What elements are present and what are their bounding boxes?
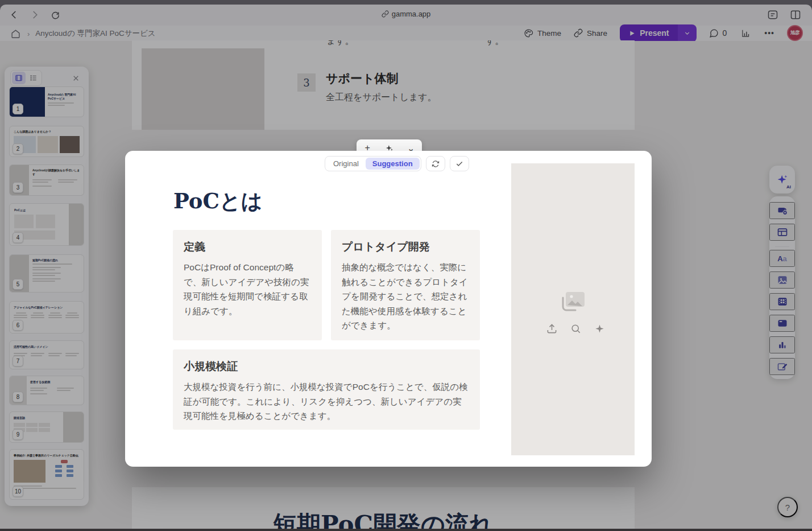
generate-image-button[interactable] bbox=[592, 321, 607, 336]
screen: gamma.app › Anycloudの 専門家AI PoCサービス Them… bbox=[0, 0, 812, 531]
slide-title: PoCとは bbox=[173, 187, 263, 216]
card-body: PoCはProof of Conceptの略で、新しいアイデアや技術の実現可能性… bbox=[184, 260, 311, 318]
regenerate-button[interactable] bbox=[426, 156, 445, 171]
content-card-prototype: プロトタイプ開発 抽象的な概念ではなく、実際に触れることができるプロトタイプを開… bbox=[331, 230, 480, 340]
card-body: 抽象的な概念ではなく、実際に触れることができるプロトタイプを開発することで、想定… bbox=[342, 260, 469, 333]
search-image-button[interactable] bbox=[568, 321, 583, 336]
upload-icon bbox=[546, 323, 557, 334]
card-title: 小規模検証 bbox=[184, 359, 469, 374]
image-placeholder-icon bbox=[560, 290, 587, 314]
accept-suggestion-button[interactable] bbox=[450, 156, 469, 171]
card-body: 大規模な投資を行う前に、小規模な投資でPoCを行うことで、仮説の検証が可能です。… bbox=[184, 380, 469, 423]
original-tab[interactable]: Original bbox=[326, 158, 366, 170]
content-card-small-scale: 小規模検証 大規模な投資を行う前に、小規模な投資でPoCを行うことで、仮説の検証… bbox=[173, 349, 480, 430]
card-title: プロトタイプ開発 bbox=[342, 240, 469, 254]
image-placeholder-button[interactable] bbox=[560, 290, 587, 314]
card-title: 定義 bbox=[184, 240, 311, 254]
check-icon bbox=[455, 160, 463, 168]
ai-suggestion-modal: Original Suggestion PoCとは 定義 PoCはProof o… bbox=[125, 151, 652, 467]
refresh-icon bbox=[432, 160, 440, 168]
suggestion-tab[interactable]: Suggestion bbox=[366, 158, 420, 170]
sparkle-icon bbox=[595, 324, 604, 334]
search-icon bbox=[570, 323, 581, 334]
content-card-definition: 定義 PoCはProof of Conceptの略で、新しいアイデアや技術の実現… bbox=[173, 230, 322, 340]
suggested-slide: PoCとは 定義 PoCはProof of Conceptの略で、新しいアイデア… bbox=[142, 163, 635, 455]
image-panel bbox=[511, 163, 635, 455]
upload-image-button[interactable] bbox=[544, 321, 559, 336]
original-suggestion-toggle: Original Suggestion bbox=[325, 156, 421, 171]
